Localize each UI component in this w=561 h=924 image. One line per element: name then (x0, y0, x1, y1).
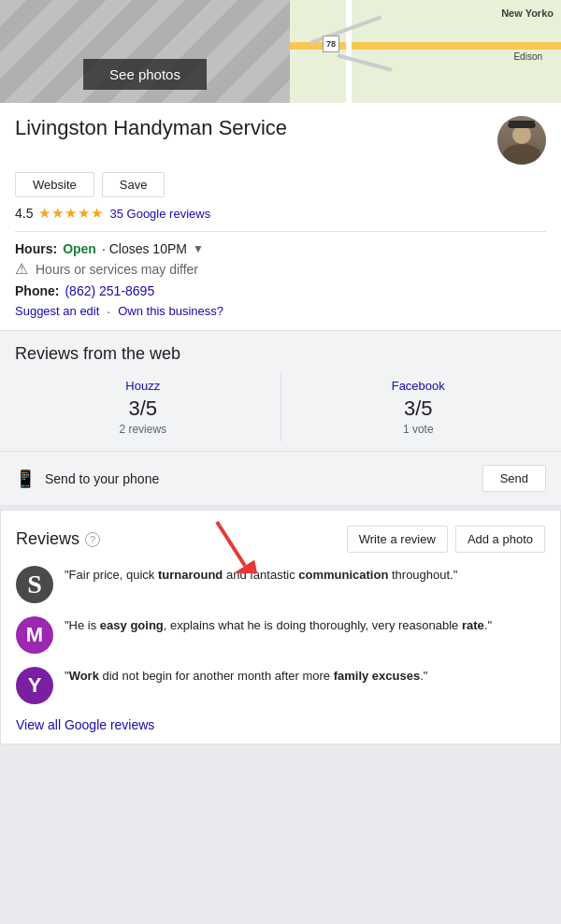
save-button[interactable]: Save (102, 172, 165, 197)
reviews-title: Reviews (16, 529, 79, 549)
review-text-1: "Fair price, quick turnaround and fantas… (65, 566, 457, 585)
facebook-link[interactable]: Facebook (291, 379, 547, 393)
top-images-section: See photos New Yorko Edison 78 (0, 0, 561, 103)
web-reviews-title: Reviews from the web (15, 344, 546, 364)
google-reviews-link[interactable]: 35 Google reviews (109, 207, 210, 221)
reviews-help-icon[interactable]: ? (85, 532, 100, 547)
review-item-1: S "Fair price, quick turnaround and fant… (16, 566, 545, 603)
houzz-link[interactable]: Houzz (15, 379, 271, 393)
add-photo-button[interactable]: Add a photo (455, 526, 545, 553)
reviews-title-row: Reviews ? (16, 529, 100, 549)
hours-row: Hours: Open · Closes 10PM ▼ (15, 241, 546, 256)
houzz-score: 3/5 (15, 397, 271, 421)
hours-detail: · Closes 10PM (102, 241, 187, 256)
rating-row: 4.5 ★★★★★ 35 Google reviews (15, 205, 546, 222)
houzz-count: 2 reviews (15, 423, 271, 436)
web-reviews-row: Houzz 3/5 2 reviews Facebook 3/5 1 vote (15, 373, 546, 441)
hours-label: Hours: (15, 241, 57, 256)
map-label-edison: Edison (513, 51, 542, 62)
write-review-button[interactable]: Write a review (347, 526, 448, 553)
phone-number[interactable]: (862) 251-8695 (65, 283, 154, 298)
stars-display: ★★★★★ (38, 205, 104, 222)
view-all-google-reviews-link[interactable]: View all Google reviews (16, 717, 545, 732)
facebook-score: 3/5 (291, 397, 547, 421)
review-action-buttons: Write a review Add a photo (347, 526, 545, 553)
reviews-section: Reviews ? Write a review Add a photo S "… (0, 510, 561, 744)
review-text-3: "Work did not begin for another month af… (65, 667, 427, 686)
web-review-facebook: Facebook 3/5 1 vote (291, 373, 547, 441)
reviews-header: Reviews ? Write a review Add a photo (16, 526, 545, 553)
web-reviews-divider (280, 373, 281, 441)
edit-links: Suggest an edit · Own this business? (15, 304, 546, 319)
hours-dropdown-icon[interactable]: ▼ (193, 242, 204, 255)
warning-text: Hours or services may differ (36, 262, 198, 277)
business-header: Livingston Handyman Service (15, 116, 546, 165)
route-badge: 78 (323, 36, 339, 52)
reviewer-avatar-s: S (16, 566, 53, 603)
rating-number: 4.5 (15, 206, 33, 221)
open-status: Open (63, 241, 96, 256)
own-business-link[interactable]: Own this business? (118, 304, 223, 319)
send-to-phone-row: 📱 Send to your phone Send (0, 452, 561, 506)
business-photos: See photos (0, 0, 290, 103)
see-photos-button[interactable]: See photos (83, 59, 207, 90)
website-button[interactable]: Website (15, 172, 94, 197)
reviewer-avatar-m: M (16, 616, 53, 654)
avatar-image (497, 116, 546, 165)
send-button[interactable]: Send (482, 465, 546, 492)
divider-1 (15, 231, 546, 232)
phone-row: Phone: (862) 251-8695 (15, 283, 546, 298)
business-name: Livingston Handyman Service (15, 116, 497, 140)
review-item-2: M "He is easy going, explains what he is… (16, 616, 545, 654)
web-reviews-section: Reviews from the web Houzz 3/5 2 reviews… (0, 331, 561, 452)
avatar (497, 116, 546, 165)
review-text-2: "He is easy going, explains what he is d… (65, 616, 492, 635)
warning-icon: ⚠ (15, 260, 28, 278)
send-phone-left: 📱 Send to your phone (15, 469, 159, 489)
review-item-3: Y "Work did not begin for another month … (16, 667, 545, 704)
suggest-edit-link[interactable]: Suggest an edit (15, 304, 99, 319)
action-buttons: Website Save (15, 172, 546, 197)
phone-label: Phone: (15, 283, 59, 298)
send-phone-label: Send to your phone (45, 471, 159, 486)
dot-separator: · (107, 304, 110, 319)
facebook-count: 1 vote (291, 423, 547, 436)
phone-send-icon: 📱 (15, 469, 36, 489)
business-info-card: Livingston Handyman Service Website Save… (0, 103, 561, 331)
map-label-newyork: New Yorko (501, 7, 554, 19)
reviewer-avatar-y: Y (16, 667, 53, 704)
web-review-houzz: Houzz 3/5 2 reviews (15, 373, 271, 441)
warning-row: ⚠ Hours or services may differ (15, 260, 546, 278)
map-preview[interactable]: New Yorko Edison 78 (290, 0, 561, 103)
